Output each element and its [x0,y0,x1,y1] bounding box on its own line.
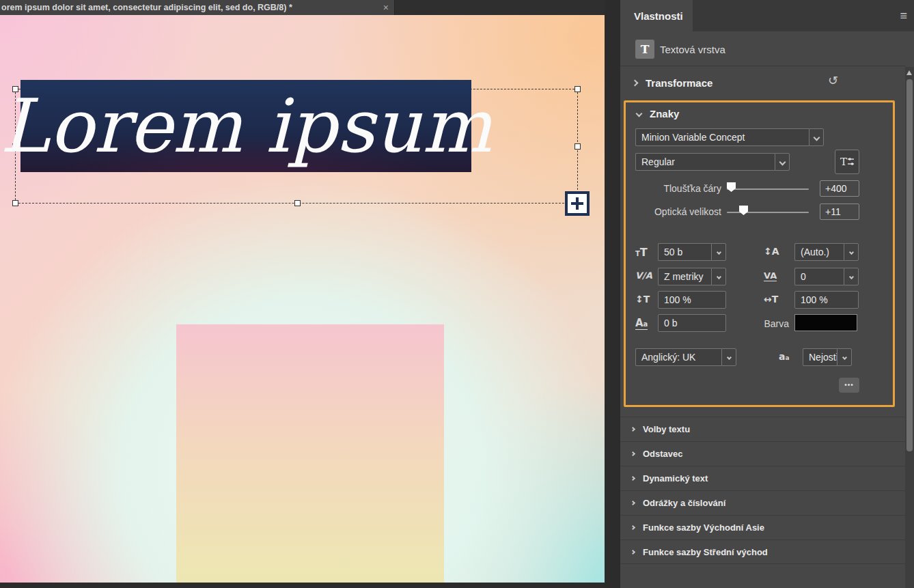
section-label: Funkce sazby Východní Asie [643,522,764,533]
chevron-down-icon[interactable] [711,243,726,261]
variable-fonts-icon: T [840,154,855,169]
chevron-down-icon[interactable] [711,268,726,285]
font-style-select[interactable]: Regular [635,153,790,171]
leading-value: (Auto.) [794,243,844,261]
font-family-select[interactable]: Minion Variable Concept [635,128,824,146]
tracking-value: 0 [794,268,844,285]
panel-scrollbar[interactable] [905,67,914,588]
leading-icon: ↕A [764,246,779,257]
horizontal-scale-field[interactable]: 100 % [794,291,859,309]
section-vychodni-asie[interactable]: Funkce sazby Východní Asie [620,515,905,540]
panel-menu-icon[interactable]: ≡ [900,9,907,23]
baseline-shift-icon: Aa [635,317,648,330]
stroke-weight-slider-thumb[interactable] [727,182,736,192]
stroke-weight-slider[interactable] [727,188,809,190]
chevron-down-icon [636,110,643,117]
vertical-scale-field[interactable]: 100 % [658,291,726,309]
document-title: orem ipsum dolor sit amet, consectetur a… [0,3,378,12]
plus-icon [576,197,579,210]
font-size-icon: TT [635,246,648,259]
vertical-scale-icon: ↕T [635,294,650,305]
scroll-up-arrow-icon[interactable] [906,70,912,75]
transform-handle-middle-right[interactable] [574,143,581,150]
text-color-swatch[interactable] [794,314,857,331]
section-odstavec[interactable]: Odstavec [620,441,905,466]
transform-handle-bottom-center[interactable] [294,200,301,206]
chevron-right-icon [631,476,635,481]
panel-tab-bar: Vlastnosti ≡ [620,0,914,31]
photoshop-app: orem ipsum dolor sit amet, consectetur a… [0,0,914,588]
properties-panel: Vlastnosti ≡ T Textová vrstva Transforma… [620,0,914,588]
kerning-value: Z metriky [658,268,711,285]
section-dynamicky-text[interactable]: Dynamický text [620,466,905,490]
transform-handle-top-right[interactable] [574,86,581,92]
optical-size-value[interactable]: +11 [820,204,859,220]
section-volby-textu[interactable]: Volby textu [620,417,905,441]
chevron-down-icon[interactable] [721,348,736,366]
canvas[interactable]: Lorem ipsum [0,15,605,583]
chevron-down-icon[interactable] [844,268,859,285]
znaky-title: Znaky [650,108,679,120]
collapsed-sections: Volby textu Odstavec Dynamický text Odrá… [620,417,905,564]
section-transformace[interactable]: Transformace ↺ [620,67,905,99]
layer-type-label: Textová vrstva [660,44,725,55]
tab-vlastnosti-label: Vlastnosti [634,10,683,22]
gradient-rectangle-layer [176,324,444,583]
chevron-down-icon[interactable] [775,153,790,171]
svg-text:T: T [840,156,847,168]
section-label: Volby textu [643,424,690,434]
chevron-right-icon [631,501,635,505]
chevron-right-icon [631,549,635,554]
antialias-select[interactable]: Nejostř... [803,348,852,366]
reset-transform-icon[interactable]: ↺ [828,73,838,88]
section-label: Dynamický text [643,473,708,484]
chevron-right-icon [631,525,635,530]
stroke-weight-label: Tloušťka čáry [634,183,721,194]
color-label: Barva [723,318,789,329]
antialias-icon: aa [779,351,790,362]
text-layer-icon: T [635,40,654,59]
chevron-down-icon[interactable] [809,128,824,146]
stroke-weight-value[interactable]: +400 [820,180,859,197]
horizontal-scale-icon: ↔T [764,294,778,305]
section-znaky[interactable]: Znaky [620,104,894,123]
transformace-title: Transformace [646,77,712,89]
document-tab[interactable]: orem ipsum dolor sit amet, consectetur a… [0,0,395,15]
optical-size-label: Optická velikost [634,206,721,217]
kerning-icon: V/A [635,270,652,281]
scrollbar-thumb[interactable] [906,79,913,451]
chevron-down-icon[interactable] [844,243,859,261]
antialias-value: Nejostř... [803,348,837,366]
chevron-right-icon [631,451,635,456]
document-tab-bar: orem ipsum dolor sit amet, consectetur a… [0,0,605,15]
chevron-right-icon [631,427,635,432]
tab-vlastnosti[interactable]: Vlastnosti [620,0,693,31]
transform-handle-bottom-left[interactable] [12,200,18,206]
lorem-text: Lorem ipsum [0,80,492,172]
section-label: Odrážky a číslování [643,498,725,508]
section-label: Funkce sazby Střední východ [643,547,768,557]
font-style-value: Regular [635,153,775,171]
optical-size-slider-thumb[interactable] [739,206,748,215]
tracking-select[interactable]: 0 [794,268,859,285]
chevron-right-icon [632,80,639,87]
resize-plus-handle[interactable] [565,191,590,216]
variable-fonts-button[interactable]: T [835,150,859,174]
text-layer-banner[interactable]: Lorem ipsum [20,80,471,172]
font-family-value: Minion Variable Concept [635,128,809,146]
section-odrazky[interactable]: Odrážky a číslování [620,490,905,515]
section-label: Odstavec [643,449,683,459]
baseline-shift-field[interactable]: 0 b [658,314,726,332]
close-icon[interactable]: × [378,2,394,13]
leading-select[interactable]: (Auto.) [794,243,859,261]
chevron-down-icon[interactable] [837,348,852,366]
font-size-value: 50 b [658,243,711,261]
more-options-button[interactable]: ••• [839,378,859,393]
kerning-select[interactable]: Z metriky [658,268,726,285]
tracking-icon: VA [764,270,777,281]
section-stredni-vychod[interactable]: Funkce sazby Střední východ [620,540,905,564]
language-value: Anglický: UK [635,348,721,366]
font-size-select[interactable]: 50 b [658,243,726,261]
language-select[interactable]: Anglický: UK [635,348,736,366]
optical-size-slider[interactable] [727,212,809,213]
